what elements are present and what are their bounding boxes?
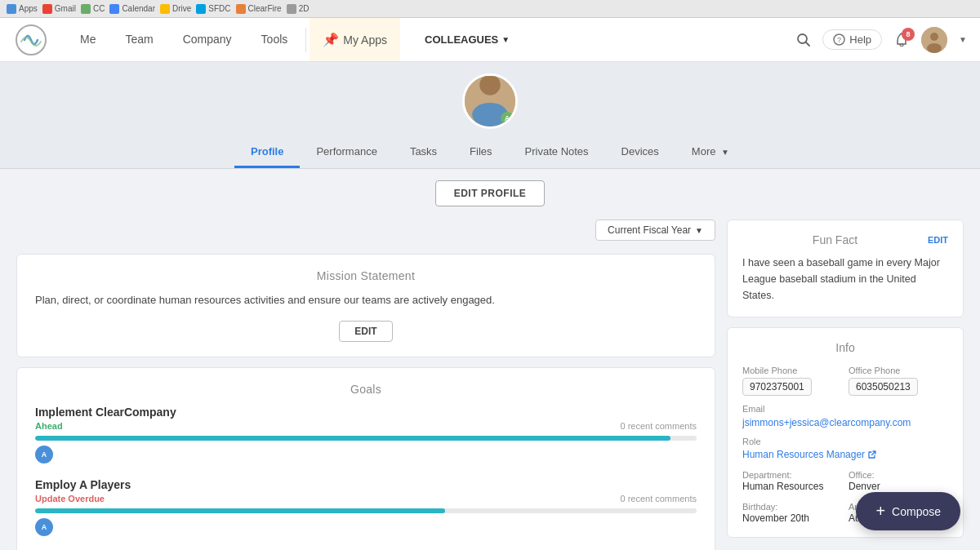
goal-avatar-1: A [35, 446, 53, 464]
main-content: Current Fiscal Year ▼ Mission Statement … [0, 211, 980, 550]
svg-text:?: ? [837, 36, 841, 44]
mobile-phone-value: 9702375001 [742, 378, 812, 396]
department-value: Human Resources [742, 481, 842, 492]
mission-statement-card: Mission Statement Plan, direct, or coord… [16, 254, 715, 357]
colleagues-btn[interactable]: COLLEAGUES ▼ [416, 29, 518, 51]
office-value: Denver [849, 481, 948, 492]
profile-avatar: A [462, 73, 518, 129]
myapps-label: My Apps [343, 33, 387, 47]
email-value[interactable]: jsimmons+jessica@clearcompany.com [742, 417, 911, 428]
fun-fact-text: I have seen a baseball game in every Maj… [742, 255, 948, 304]
goal-bar-fill-1 [35, 436, 670, 441]
tab-files[interactable]: Files [453, 137, 508, 168]
fun-fact-card: Fun Fact EDIT I have seen a baseball gam… [727, 220, 964, 317]
goal-meta-1: Ahead 0 recent comments [35, 421, 697, 431]
user-dropdown-icon[interactable]: ▼ [959, 35, 967, 44]
profile-tabs: Profile Performance Tasks Files Private … [0, 137, 980, 168]
colleagues-label: COLLEAGUES [425, 33, 498, 46]
svg-point-7 [930, 33, 938, 41]
goal-title-2: Employ A Players [35, 478, 697, 491]
birthday-value: November 20th [742, 512, 842, 524]
goals-title: Goals [35, 383, 697, 396]
help-button[interactable]: ? Help [822, 29, 882, 50]
tab-devices[interactable]: Devices [605, 137, 675, 168]
browser-apps[interactable]: Apps [7, 4, 38, 14]
avatar-badge: A [501, 112, 514, 125]
svg-rect-5 [900, 44, 903, 47]
edit-profile-button[interactable]: EDIT PROFILE [435, 180, 546, 206]
user-avatar[interactable] [921, 27, 947, 53]
browser-cc[interactable]: CC [81, 4, 105, 14]
department-label: Department: [742, 470, 792, 480]
main-nav: Me Team Company Tools 📌 My Apps COLLEAGU… [0, 18, 980, 62]
birthday-col: Birthday: November 20th [742, 500, 842, 524]
browser-drive[interactable]: Drive [160, 4, 191, 14]
help-label: Help [849, 33, 871, 46]
office-col: Office: Denver [849, 468, 948, 492]
browser-clearfire[interactable]: ClearFire [236, 4, 282, 14]
nav-tools[interactable]: Tools [247, 18, 303, 61]
mission-edit-button[interactable]: EDIT [339, 321, 392, 342]
nav-items: Me Team Company Tools [65, 18, 302, 61]
svg-line-2 [806, 42, 810, 46]
department-col: Department: Human Resources [742, 468, 842, 492]
svg-point-10 [479, 74, 501, 95]
browser-gmail[interactable]: Gmail [42, 4, 76, 14]
goal-item-2: Employ A Players Update Overdue 0 recent… [35, 478, 697, 536]
office-phone-label: Office Phone [849, 366, 948, 375]
email-label: Email [742, 404, 948, 414]
birthday-label: Birthday: [742, 502, 777, 512]
external-link-icon [867, 450, 877, 459]
notifications-button[interactable]: 8 [893, 32, 910, 48]
left-column: Current Fiscal Year ▼ Mission Statement … [16, 220, 715, 550]
nav-team[interactable]: Team [110, 18, 167, 61]
role-value[interactable]: Human Resources Manager [742, 449, 948, 460]
goal-comments-2: 0 recent comments [620, 494, 697, 503]
goal-title-1: Implement ClearCompany [35, 406, 697, 419]
goal-avatar-2: A [35, 518, 53, 536]
goal-item-1: Implement ClearCompany Ahead 0 recent co… [35, 406, 697, 464]
fiscal-selector: Current Fiscal Year ▼ [16, 220, 715, 241]
goal-status-1: Ahead [35, 421, 63, 431]
office-phone-value: 6035050213 [849, 378, 918, 396]
search-button[interactable] [796, 33, 811, 47]
browser-bar: Apps Gmail CC Calendar Drive SFDC ClearF… [0, 0, 980, 18]
compose-label: Compose [892, 505, 941, 518]
role-label: Role [742, 437, 948, 446]
mission-statement-title: Mission Statement [35, 269, 697, 282]
browser-calendar[interactable]: Calendar [109, 4, 155, 14]
svg-point-8 [927, 43, 942, 53]
colleagues-chevron-icon: ▼ [501, 35, 510, 44]
goal-meta-2: Update Overdue 0 recent comments [35, 494, 697, 503]
browser-2d[interactable]: 2D [287, 4, 310, 14]
profile-header: A Profile Performance Tasks Files Privat… [0, 62, 980, 169]
tab-profile[interactable]: Profile [234, 137, 300, 168]
fun-fact-edit-button[interactable]: EDIT [928, 235, 948, 245]
goal-bar-fill-2 [35, 508, 445, 513]
role-col: Role Human Resources Manager [742, 437, 948, 460]
compose-button[interactable]: + Compose [856, 492, 960, 530]
fiscal-year-button[interactable]: Current Fiscal Year ▼ [595, 220, 715, 241]
logo[interactable] [13, 22, 49, 58]
goal-bar-2 [35, 508, 697, 513]
nav-company[interactable]: Company [168, 18, 247, 61]
goal-comments-1: 0 recent comments [620, 421, 697, 431]
tab-private-notes[interactable]: Private Notes [509, 137, 605, 168]
office-phone-col: Office Phone 6035050213 [849, 366, 948, 396]
myapps-icon: 📌 [323, 32, 339, 47]
tab-more[interactable]: More ▼ [675, 137, 746, 168]
nav-me[interactable]: Me [65, 18, 110, 61]
office-label: Office: [849, 470, 875, 480]
fiscal-chevron-icon: ▼ [695, 226, 703, 235]
nav-divider [305, 28, 306, 52]
fun-fact-header: Fun Fact EDIT [742, 233, 948, 246]
tab-tasks[interactable]: Tasks [394, 137, 453, 168]
browser-sfdc[interactable]: SFDC [196, 4, 230, 14]
fun-fact-title: Fun Fact [742, 233, 928, 246]
mobile-phone-col: Mobile Phone 9702375001 [742, 366, 842, 396]
email-col: Email jsimmons+jessica@clearcompany.com [742, 404, 948, 428]
tab-performance[interactable]: Performance [300, 137, 393, 168]
nav-myapps[interactable]: 📌 My Apps [310, 18, 400, 61]
goal-bar-1 [35, 436, 697, 441]
mission-statement-text: Plan, direct, or coordinate human resour… [35, 292, 697, 309]
